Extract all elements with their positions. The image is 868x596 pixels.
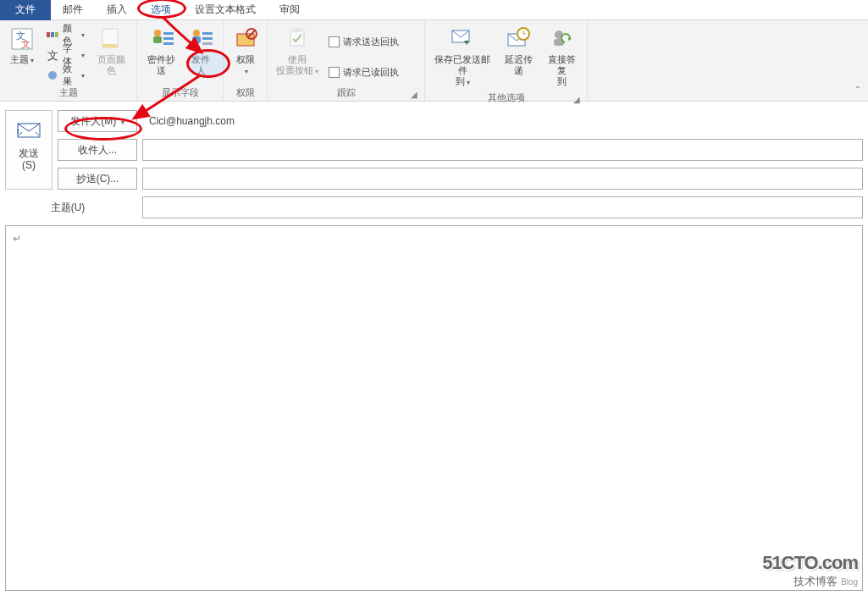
themes-icon: 文文: [8, 25, 36, 52]
group-permission-label: 权限: [229, 85, 262, 99]
group-tracking: 使用 投票按钮▾ 请求送达回执 请求已读回执 跟踪◢: [268, 20, 425, 101]
from-value: Cici@huangjh.com: [142, 115, 235, 127]
subject-row: 主题(U): [0, 195, 868, 225]
tab-options[interactable]: 选项: [139, 0, 183, 20]
svg-text:文: 文: [47, 49, 58, 62]
group-permission: 权限▾ 权限: [224, 20, 268, 101]
collapse-ribbon-icon[interactable]: ˆ: [856, 86, 860, 97]
effects-button[interactable]: 效果▾: [42, 66, 88, 85]
delay-icon: [505, 25, 532, 52]
colors-button[interactable]: 颜色▾: [42, 25, 88, 44]
group-show-fields: 密件抄送 发件人 显示字段: [137, 20, 224, 101]
effects-icon: [46, 69, 59, 82]
svg-rect-17: [202, 32, 213, 35]
subject-input[interactable]: [142, 196, 863, 218]
permission-icon: [232, 25, 259, 52]
page-color-icon: [97, 25, 124, 52]
group-more-label: 其他选项◢: [430, 90, 582, 104]
from-field-button[interactable]: 发件人(M) ▾: [58, 110, 137, 132]
group-more-options: 保存已发送邮件 到▾ 延迟传递 直接答复 到 其他选项◢: [425, 20, 588, 101]
compose-header: 发送 (S) 发件人(M) ▾ 收件人... 抄送(C)... Cici@hua…: [0, 102, 868, 195]
watermark-tagline: 技术博客 Blog: [762, 574, 858, 589]
svg-point-10: [154, 30, 161, 36]
delay-delivery-button[interactable]: 延迟传递: [499, 24, 539, 78]
dialog-launcher-icon[interactable]: ◢: [411, 90, 417, 99]
from-button[interactable]: 发件人: [184, 24, 218, 78]
svg-rect-19: [202, 42, 213, 45]
fonts-icon: 文: [46, 48, 59, 62]
themes-label: 主题▾: [10, 54, 34, 66]
checkbox-icon: [329, 67, 340, 78]
tabs-bar: 文件 邮件 插入 选项 设置文本格式 审阅: [0, 0, 868, 20]
read-receipt-checkbox[interactable]: 请求已读回执: [325, 63, 402, 81]
dialog-launcher-icon[interactable]: ◢: [573, 95, 580, 104]
delivery-receipt-checkbox[interactable]: 请求送达回执: [325, 32, 402, 51]
tab-file[interactable]: 文件: [0, 0, 51, 20]
to-field-button[interactable]: 收件人...: [58, 139, 137, 161]
colors-icon: [46, 28, 59, 41]
to-input[interactable]: [142, 139, 863, 161]
fonts-button[interactable]: 文 字体▾: [42, 46, 88, 64]
voting-icon: [284, 25, 311, 52]
voting-label: 使用 投票按钮▾: [276, 54, 318, 77]
bcc-button[interactable]: 密件抄送: [142, 24, 180, 78]
svg-rect-24: [294, 28, 301, 32]
svg-rect-16: [192, 36, 201, 43]
direct-reply-button[interactable]: 直接答复 到: [542, 24, 582, 89]
svg-rect-4: [51, 32, 54, 37]
svg-rect-9: [102, 44, 118, 47]
svg-rect-23: [290, 30, 304, 46]
svg-point-15: [193, 30, 200, 36]
svg-rect-12: [163, 32, 174, 35]
svg-rect-3: [47, 32, 50, 37]
group-tracking-label: 跟踪◢: [273, 85, 419, 99]
send-envelope-icon: [17, 123, 41, 142]
watermark-domain: 51CTO.com: [762, 552, 858, 574]
tab-review[interactable]: 审阅: [268, 0, 312, 20]
save-sent-button[interactable]: 保存已发送邮件 到▾: [430, 24, 495, 90]
send-button[interactable]: 发送 (S): [5, 110, 53, 190]
themes-button[interactable]: 文文 主题▾: [5, 24, 39, 68]
permission-label: 权限▾: [236, 54, 255, 77]
group-themes: 文文 主题▾ 颜色▾ 文 字体▾ 效果▾ 页: [0, 20, 137, 101]
svg-rect-5: [55, 32, 58, 37]
fields-column: 发件人(M) ▾ 收件人... 抄送(C)...: [58, 110, 137, 190]
bcc-icon: [148, 25, 175, 52]
tab-format[interactable]: 设置文本格式: [183, 0, 268, 20]
svg-text:文: 文: [21, 39, 30, 49]
save-sent-label: 保存已发送邮件 到▾: [434, 54, 492, 88]
watermark: 51CTO.com 技术博客 Blog: [762, 552, 858, 589]
permission-button[interactable]: 权限▾: [229, 24, 263, 79]
svg-rect-14: [163, 42, 174, 45]
voting-button[interactable]: 使用 投票按钮▾: [273, 24, 322, 79]
svg-rect-11: [153, 36, 162, 43]
svg-rect-13: [163, 37, 174, 40]
cc-field-button[interactable]: 抄送(C)...: [58, 168, 137, 190]
subject-label: 主题(U): [5, 201, 137, 215]
save-sent-icon: [449, 25, 476, 52]
page-color-button[interactable]: 页面颜色: [91, 24, 131, 78]
reply-to-icon: [548, 25, 575, 52]
from-icon: [187, 25, 214, 52]
svg-rect-18: [202, 37, 213, 40]
cc-input[interactable]: [142, 168, 863, 190]
checkbox-icon: [329, 36, 340, 47]
tab-insert[interactable]: 插入: [95, 0, 139, 20]
ribbon: 文文 主题▾ 颜色▾ 文 字体▾ 效果▾ 页: [0, 20, 868, 102]
tab-mail[interactable]: 邮件: [51, 0, 95, 20]
group-show-fields-label: 显示字段: [142, 85, 218, 99]
message-body[interactable]: ↵: [5, 225, 863, 591]
values-column: Cici@huangjh.com: [142, 110, 863, 190]
group-themes-label: 主题: [5, 85, 131, 99]
svg-point-7: [48, 71, 57, 80]
